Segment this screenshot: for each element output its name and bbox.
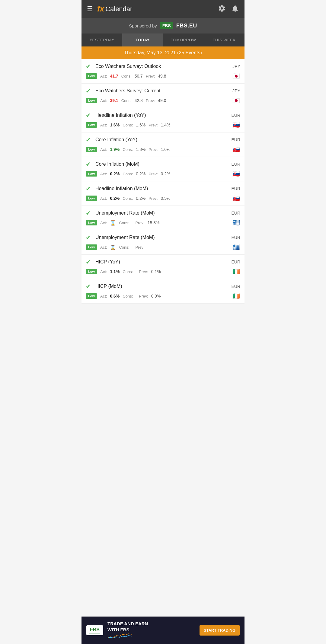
event-row1-left: ✔HICP (MoM) <box>86 283 231 290</box>
tab-tomorrow[interactable]: TOMORROW <box>163 33 204 46</box>
tab-today[interactable]: TODAY <box>122 33 163 46</box>
event-currency: EUR <box>231 235 240 240</box>
header-left: ☰ fx Calendar <box>87 4 132 14</box>
event-row2: LowAct:1.6%Cons:1.6%Prev:1.4%🇸🇰 <box>82 120 245 132</box>
event-name: HICP (YoY) <box>95 259 120 265</box>
cons-label: Cons: <box>123 147 133 152</box>
cons-value: 0.2% <box>136 171 145 176</box>
event-item[interactable]: ✔HICP (YoY)EURLowAct:1.1%Cons:Prev:0.1%🇮… <box>82 255 245 279</box>
flag-icon: 🇬🇷 <box>232 219 240 226</box>
event-item[interactable]: ✔Unemployment Rate (MoM)EURLowAct:⌛Cons:… <box>82 206 245 230</box>
event-row2: LowAct:41.7Cons:50.7Prev:49.8🇯🇵 <box>82 71 245 83</box>
event-item[interactable]: ✔HICP (MoM)EURLowAct:0.6%Cons:Prev:0.9%🇮… <box>82 279 245 304</box>
checkmark-icon: ✔ <box>86 209 92 217</box>
event-name: Unemployment Rate (MoM) <box>95 210 155 216</box>
cons-value: 42.8 <box>135 98 143 103</box>
event-item[interactable]: ✔Core Inflation (YoY)EURLowAct:1.9%Cons:… <box>82 132 245 157</box>
tabs-bar: YESTERDAY TODAY TOMORROW THIS WEEK <box>82 33 245 46</box>
prev-label: Prev: <box>149 172 158 176</box>
cons-value: 1.8% <box>136 147 145 152</box>
checkmark-icon: ✔ <box>86 112 92 119</box>
prev-label: Prev: <box>135 245 144 250</box>
act-value: 0.2% <box>110 196 120 201</box>
checkmark-icon: ✔ <box>86 234 92 241</box>
impact-badge: Low <box>86 98 97 103</box>
prev-value: 1.4% <box>161 123 171 127</box>
cons-label: Cons: <box>123 269 133 274</box>
impact-badge: Low <box>86 220 97 225</box>
hourglass-icon: ⌛ <box>110 244 116 250</box>
cons-label: Cons: <box>119 245 129 250</box>
event-name: HICP (MoM) <box>95 284 122 289</box>
checkmark-icon: ✔ <box>86 87 92 94</box>
cons-value: 1.6% <box>136 123 145 127</box>
flag-icon: 🇸🇰 <box>232 146 240 153</box>
impact-badge: Low <box>86 171 97 177</box>
prev-label: Prev: <box>135 221 144 225</box>
act-value: 0.6% <box>110 294 120 298</box>
impact-badge: Low <box>86 244 97 250</box>
settings-icon[interactable] <box>218 5 226 14</box>
event-row1: ✔HICP (MoM)EUR <box>82 279 245 291</box>
flag-icon: 🇸🇰 <box>232 195 240 202</box>
event-row1-left: ✔Headline Inflation (YoY) <box>86 112 231 119</box>
prev-value: 0.5% <box>161 196 171 201</box>
flag-icon: 🇯🇵 <box>232 97 240 104</box>
main-content: Thursday, May 13, 2021 (25 Events) ✔Eco … <box>82 46 245 328</box>
prev-value: 15.8% <box>148 220 160 225</box>
act-label: Act: <box>100 147 107 152</box>
app-header: ☰ fx Calendar <box>82 0 245 18</box>
checkmark-icon: ✔ <box>86 258 92 266</box>
event-row1-left: ✔Unemployment Rate (MoM) <box>86 234 231 241</box>
event-item[interactable]: ✔Eco Watchers Survey: CurrentJPYLowAct:3… <box>82 84 245 108</box>
event-row2: LowAct:1.1%Cons:Prev:0.1%🇮🇪 <box>82 267 245 279</box>
act-value: 1.6% <box>110 123 120 127</box>
tab-thisweek[interactable]: THIS WEEK <box>204 33 245 46</box>
fbs-badge: FBS <box>160 22 173 29</box>
event-row2: LowAct:⌛Cons:Prev:🇬🇷 <box>82 242 245 254</box>
event-item[interactable]: ✔Core Inflation (MoM)EURLowAct:0.2%Cons:… <box>82 157 245 181</box>
checkmark-icon: ✔ <box>86 161 92 168</box>
event-name: Headline Inflation (MoM) <box>95 186 148 191</box>
prev-label: Prev: <box>149 123 158 127</box>
cons-label: Cons: <box>121 98 132 103</box>
sponsor-label: Sponsored by <box>129 23 157 28</box>
event-row1: ✔Core Inflation (YoY)EUR <box>82 132 245 145</box>
event-currency: JPY <box>232 88 240 93</box>
fbs-domain: FBS.EU <box>176 23 197 29</box>
prev-value: 0.2% <box>161 171 171 176</box>
hourglass-icon: ⌛ <box>110 220 116 226</box>
event-name: Headline Inflation (YoY) <box>95 113 146 118</box>
event-row1-left: ✔Unemployment Rate (MoM) <box>86 209 231 217</box>
act-label: Act: <box>100 269 107 274</box>
event-row1: ✔Unemployment Rate (MoM)EUR <box>82 230 245 242</box>
prev-label: Prev: <box>146 98 155 103</box>
menu-icon[interactable]: ☰ <box>87 5 93 13</box>
event-item[interactable]: ✔Eco Watchers Survey: OutlookJPYLowAct:4… <box>82 59 245 84</box>
impact-badge: Low <box>86 269 97 274</box>
tab-yesterday[interactable]: YESTERDAY <box>82 33 122 46</box>
event-item[interactable]: ✔Unemployment Rate (MoM)EURLowAct:⌛Cons:… <box>82 230 245 255</box>
prev-label: Prev: <box>139 294 148 298</box>
checkmark-icon: ✔ <box>86 185 92 192</box>
event-row1-left: ✔Eco Watchers Survey: Outlook <box>86 63 232 70</box>
checkmark-icon: ✔ <box>86 136 92 143</box>
cons-value: 50.7 <box>135 74 143 78</box>
event-currency: EUR <box>231 113 240 118</box>
event-currency: EUR <box>231 260 240 264</box>
event-row1-left: ✔Core Inflation (YoY) <box>86 136 231 143</box>
cons-label: Cons: <box>123 294 133 298</box>
bell-icon[interactable] <box>231 5 239 14</box>
cons-label: Cons: <box>123 123 133 127</box>
act-label: Act: <box>100 221 107 225</box>
act-label: Act: <box>100 294 107 298</box>
prev-value: 49.0 <box>158 98 166 103</box>
event-row1: ✔Headline Inflation (YoY)EUR <box>82 108 245 120</box>
event-item[interactable]: ✔Headline Inflation (MoM)EURLowAct:0.2%C… <box>82 181 245 206</box>
event-currency: EUR <box>231 162 240 167</box>
prev-label: Prev: <box>139 269 148 274</box>
event-item[interactable]: ✔Headline Inflation (YoY)EURLowAct:1.6%C… <box>82 108 245 132</box>
sponsor-bar: Sponsored by FBS FBS.EU <box>82 18 245 33</box>
prev-value: 1.6% <box>161 147 171 152</box>
flag-icon: 🇸🇰 <box>232 170 240 177</box>
